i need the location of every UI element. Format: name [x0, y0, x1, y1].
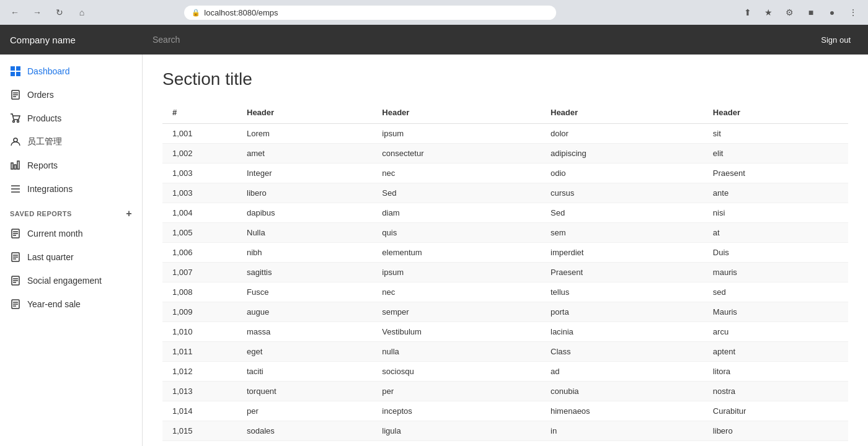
table-row: 1,007sagittisipsumPraesentmauris — [162, 263, 848, 282]
sidebar-label-reports: Reports — [27, 160, 58, 170]
svg-point-8 — [13, 121, 15, 123]
table-cell: litora — [703, 362, 848, 382]
col-header-num: # — [162, 102, 237, 124]
svg-rect-3 — [16, 72, 20, 76]
company-name: Company name — [10, 35, 153, 45]
table-cell: 1,011 — [162, 342, 237, 362]
back-button[interactable]: ← — [6, 4, 24, 21]
current-month-icon — [10, 228, 21, 239]
profile-button[interactable]: ● — [823, 4, 841, 21]
table-cell: quis — [372, 223, 541, 243]
table-cell: massa — [237, 322, 372, 342]
table-cell: 1,009 — [162, 302, 237, 322]
sidebar-item-orders[interactable]: Orders — [0, 83, 142, 107]
table-cell: Lorem — [237, 124, 372, 144]
sidebar: Dashboard Orders Products 员工管理 Reports — [0, 55, 143, 446]
sidebar-item-integrations[interactable]: Integrations — [0, 177, 142, 201]
sidebar-item-products[interactable]: Products — [0, 107, 142, 130]
browser-actions: ⬆ ★ ⚙ ■ ● ⋮ — [739, 4, 862, 21]
table-cell: nulla — [372, 342, 541, 362]
bookmark-button[interactable]: ★ — [760, 4, 777, 21]
extensions-button[interactable]: ⚙ — [781, 4, 799, 21]
add-saved-report-button[interactable]: + — [126, 208, 132, 219]
table-cell: Integer — [237, 164, 372, 183]
table-cell: 1,012 — [162, 362, 237, 382]
menu-button[interactable]: ⋮ — [844, 4, 862, 21]
table-cell: 1,013 — [162, 382, 237, 401]
table-cell: Mauris — [703, 302, 848, 322]
sidebar-label-dashboard: Dashboard — [27, 66, 70, 76]
sidebar-item-social-engagement[interactable]: Social engagement — [0, 269, 142, 292]
table-cell: augue — [237, 302, 372, 322]
sidebar-item-last-quarter[interactable]: Last quarter — [0, 245, 142, 269]
sidebar-item-reports[interactable]: Reports — [0, 154, 142, 177]
sidebar-item-dashboard[interactable]: Dashboard — [0, 59, 142, 83]
table-cell: nisi — [703, 203, 848, 223]
table-cell: Praesent — [703, 164, 848, 183]
table-cell: 1,001 — [162, 124, 237, 144]
topbar: Company name Sign out — [0, 25, 868, 55]
table-cell: Vestibulum — [372, 322, 541, 342]
table-cell: taciti — [237, 362, 372, 382]
reload-button[interactable]: ↻ — [51, 4, 68, 21]
sidebar-label-products: Products — [27, 113, 61, 123]
sidebar-item-employee[interactable]: 员工管理 — [0, 130, 142, 154]
products-icon — [10, 113, 21, 124]
sidebar-item-current-month[interactable]: Current month — [0, 222, 142, 245]
address-bar[interactable]: 🔒 localhost:8080/emps — [184, 6, 556, 20]
svg-point-10 — [14, 138, 17, 142]
table-cell: Sed — [541, 203, 703, 223]
col-header-4: Header — [703, 102, 848, 124]
table-cell: 1,014 — [162, 401, 237, 421]
table-cell: Class — [541, 342, 703, 362]
svg-rect-12 — [14, 165, 16, 169]
table-cell: imperdiet — [541, 243, 703, 263]
table-header-row: # Header Header Header Header — [162, 102, 848, 124]
table-cell: sagittis — [237, 263, 372, 282]
table-cell: nec — [372, 282, 541, 302]
table-cell: conubia — [541, 382, 703, 401]
table-cell: 1,007 — [162, 263, 237, 282]
table-cell: 1,002 — [162, 144, 237, 164]
table-row: 1,014perinceptoshimenaeosCurabitur — [162, 401, 848, 421]
split-view-button[interactable]: ■ — [802, 4, 820, 21]
sidebar-item-year-end-sale[interactable]: Year-end sale — [0, 292, 142, 316]
home-button[interactable]: ⌂ — [73, 4, 91, 21]
table-cell: ipsum — [372, 124, 541, 144]
table-cell: at — [703, 223, 848, 243]
last-quarter-icon — [10, 251, 21, 263]
table-body: 1,001Loremipsumdolorsit1,002ametconsecte… — [162, 124, 848, 441]
svg-rect-1 — [16, 66, 20, 71]
table-cell: elementum — [372, 243, 541, 263]
table-cell: Curabitur — [703, 401, 848, 421]
table-cell: Fusce — [237, 282, 372, 302]
sidebar-label-year-end-sale: Year-end sale — [27, 299, 81, 309]
table-cell: 1,003 — [162, 164, 237, 183]
table-head: # Header Header Header Header — [162, 102, 848, 124]
search-input[interactable] — [153, 30, 813, 50]
forward-button[interactable]: → — [29, 4, 46, 21]
table-cell: sem — [541, 223, 703, 243]
table-cell: sit — [703, 124, 848, 144]
data-table: # Header Header Header Header 1,001Lorem… — [162, 102, 848, 441]
svg-rect-13 — [17, 161, 19, 169]
table-cell: ad — [541, 362, 703, 382]
col-header-3: Header — [541, 102, 703, 124]
sidebar-label-last-quarter: Last quarter — [27, 252, 74, 262]
sidebar-label-current-month: Current month — [27, 229, 82, 238]
employee-icon — [10, 136, 21, 147]
table-cell: sociosqu — [372, 362, 541, 382]
table-cell: odio — [541, 164, 703, 183]
table-row: 1,015sodalesligulainlibero — [162, 421, 848, 441]
table-cell: Praesent — [541, 263, 703, 282]
table-cell: ipsum — [372, 263, 541, 282]
table-cell: nec — [372, 164, 541, 183]
signout-button[interactable]: Sign out — [813, 30, 858, 50]
table-row: 1,009auguesemperportaMauris — [162, 302, 848, 322]
share-button[interactable]: ⬆ — [739, 4, 756, 21]
table-cell: per — [372, 382, 541, 401]
table-row: 1,002ametconsecteturadipiscingelit — [162, 144, 848, 164]
table-cell: tellus — [541, 282, 703, 302]
table-cell: torquent — [237, 382, 372, 401]
table-row: 1,004dapibusdiamSednisi — [162, 203, 848, 223]
